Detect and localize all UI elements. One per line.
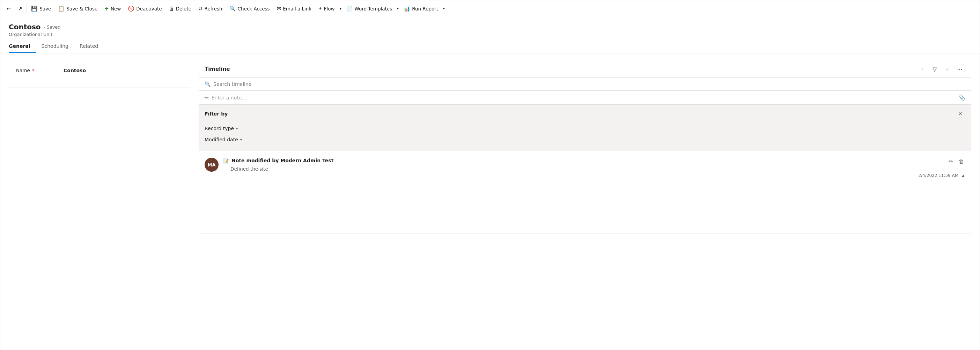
timeline-filter-icon: ▽ [932,66,937,73]
back-icon: ← [6,6,11,12]
run-report-btn-group: 📊 Run Report ▾ [400,3,446,14]
timeline-search: 🔍 [199,78,971,91]
required-star: * [31,68,35,73]
search-icon: 🔍 [205,81,210,87]
record-type-chevron-icon: ▾ [236,126,238,131]
save-label: Save [40,6,51,11]
refresh-label: Refresh [205,6,223,11]
separator-1 [27,4,27,14]
entry-content: 📝 Note modified by Modern Admin Test ✏ 🗑… [223,158,965,178]
entry-edit-button[interactable]: ✏ [947,158,955,165]
main-content: Name * Contoso Timeline + [0,53,980,350]
timeline-note-input: ✏ Enter a note... 📎 [199,91,971,105]
run-report-chevron-icon: ▾ [443,6,445,11]
record-type-filter[interactable]: Record type ▾ [205,123,238,134]
run-report-label: Run Report [412,6,438,11]
timeline-search-input[interactable] [213,81,965,87]
deactivate-label: Deactivate [136,6,162,11]
modified-date-label: Modified date [205,137,238,142]
save-button[interactable]: 💾 Save [27,3,54,14]
save-close-icon: 📋 [58,6,65,12]
deactivate-icon: 🚫 [128,6,134,12]
flow-chevron-icon: ▾ [340,6,342,11]
timeline-sort-icon: ≡ [945,66,948,72]
timeline-filter-button[interactable]: ▽ [929,64,940,75]
email-link-button[interactable]: ✉ Email a Link [274,3,315,14]
timeline-more-icon: ⋯ [957,66,963,73]
note-pencil-icon: ✏ [205,95,209,100]
tabs-bar: General Scheduling Related [0,40,980,53]
popout-button[interactable]: ↗ [15,3,26,14]
timeline-card: Timeline + ▽ ≡ ⋯ [199,59,971,234]
delete-label: Delete [176,6,191,11]
entry-body: Defined the site [223,166,965,172]
saved-badge: - Saved [44,24,61,30]
word-templates-chevron-icon: ▾ [397,6,399,11]
back-button[interactable]: ← [3,3,15,14]
timeline-add-button[interactable]: + [916,64,928,75]
entry-timestamp: 2/4/2022 11:59 AM [918,173,958,178]
flow-dropdown-button[interactable]: ▾ [338,5,343,13]
flow-icon: ⚡ [318,6,322,12]
refresh-icon: ↺ [198,6,203,12]
check-access-label: Check Access [238,6,270,11]
page-header: Contoso - Saved Organizational Unit [0,17,980,40]
deactivate-button[interactable]: 🚫 Deactivate [124,3,165,14]
refresh-button[interactable]: ↺ Refresh [195,3,226,14]
check-access-button[interactable]: 🔍 Check Access [226,3,274,14]
filter-close-button[interactable]: ✕ [956,109,965,119]
run-report-button[interactable]: 📊 Run Report [400,3,442,14]
name-label: Name * [16,68,58,73]
page-subtitle: Organizational Unit [9,32,971,37]
filter-close-icon: ✕ [958,111,963,116]
word-templates-button[interactable]: 📄 Word Templates [343,3,396,14]
new-button[interactable]: + New [101,3,124,14]
tab-related[interactable]: Related [80,40,104,53]
filter-panel: Filter by ✕ Record type ▾ Modified date … [199,105,971,151]
modified-date-filter[interactable]: Modified date ▾ [205,134,242,145]
run-report-icon: 📊 [404,6,410,12]
right-panel: Timeline + ▽ ≡ ⋯ [199,59,971,344]
timeline-header: Timeline + ▽ ≡ ⋯ [199,59,971,78]
entry-header-row: 📝 Note modified by Modern Admin Test ✏ 🗑 [223,158,965,165]
entry-delete-icon: 🗑 [959,158,964,164]
filter-header: Filter by ✕ [205,109,965,119]
flow-label: Flow [324,6,335,11]
word-templates-dropdown-button[interactable]: ▾ [396,5,400,13]
popout-icon: ↗ [18,6,23,12]
new-icon: + [104,6,109,12]
left-panel: Name * Contoso [9,59,190,344]
timeline-actions: + ▽ ≡ ⋯ [916,64,965,75]
delete-button[interactable]: 🗑 Delete [165,3,195,14]
page-title-row: Contoso - Saved [9,23,971,31]
name-value[interactable]: Contoso [64,68,86,73]
entry-edit-icon: ✏ [948,158,953,164]
timeline-add-icon: + [920,66,923,72]
run-report-dropdown-button[interactable]: ▾ [442,5,446,13]
flow-button[interactable]: ⚡ Flow [315,3,338,14]
entry-expand-icon: ▲ [961,173,965,178]
name-field: Name * Contoso [16,65,183,76]
word-templates-icon: 📄 [346,6,353,12]
page-title: Contoso [9,23,41,31]
field-underline [16,79,183,79]
timeline-sort-button[interactable]: ≡ [942,64,953,75]
note-placeholder[interactable]: Enter a note... [212,95,956,100]
save-close-label: Save & Close [66,6,97,11]
entry-expand-button[interactable]: ▲ [961,173,965,178]
timeline-more-button[interactable]: ⋯ [954,64,965,75]
entry-delete-button[interactable]: 🗑 [957,158,965,165]
delete-icon: 🗑 [169,6,174,12]
entry-footer: 2/4/2022 11:59 AM ▲ [223,173,965,178]
word-templates-label: Word Templates [355,6,393,11]
entry-title: Note modified by Modern Admin Test [231,158,944,163]
tab-scheduling[interactable]: Scheduling [41,40,74,53]
save-close-button[interactable]: 📋 Save & Close [54,3,101,14]
check-access-icon: 🔍 [229,6,236,12]
timeline-entry: MA 📝 Note modified by Modern Admin Test … [205,155,965,181]
form-card: Name * Contoso [9,59,190,88]
tab-general[interactable]: General [9,40,36,53]
flow-btn-group: ⚡ Flow ▾ [315,3,342,14]
email-link-label: Email a Link [283,6,312,11]
note-attach-icon: 📎 [958,94,965,101]
